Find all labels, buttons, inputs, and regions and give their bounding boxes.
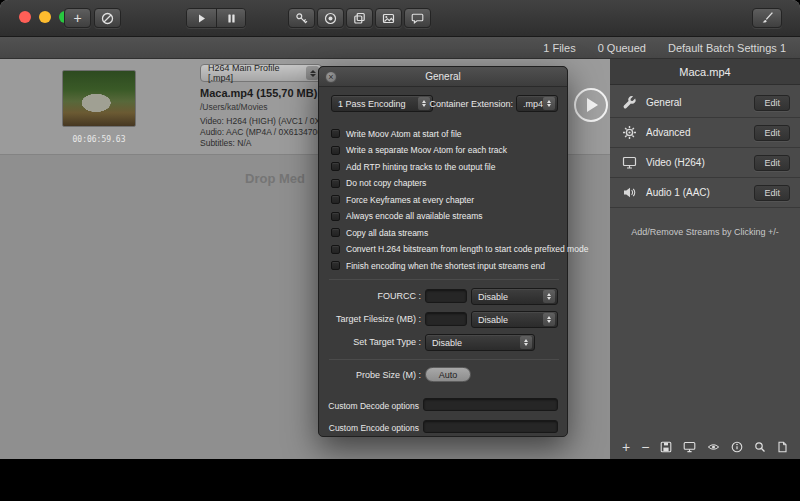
search-icon[interactable] <box>754 441 766 453</box>
inspector-toggle-button[interactable] <box>752 8 782 28</box>
plus-icon: + <box>73 11 81 25</box>
info-icon[interactable] <box>731 441 743 453</box>
sidebar-item-label: Video (H264) <box>646 157 705 168</box>
sidebar-item-video[interactable]: Video (H264) Edit <box>610 148 800 178</box>
batch-settings-label[interactable]: Default Batch Settings 1 <box>668 42 786 54</box>
brush-icon <box>760 11 774 25</box>
edit-advanced-button[interactable]: Edit <box>754 125 790 141</box>
preset-dropdown-value: H264 Main Profile [.mp4] <box>208 63 306 83</box>
checkbox[interactable] <box>331 195 340 204</box>
fourcc-input[interactable] <box>425 289 467 303</box>
sidebar-toolbar: + − <box>610 437 800 457</box>
eye-icon[interactable] <box>707 441 720 453</box>
preview-button[interactable] <box>375 8 402 28</box>
edit-video-button[interactable]: Edit <box>754 155 790 171</box>
chevron-updown-icon <box>543 97 555 110</box>
play-button[interactable] <box>187 9 216 27</box>
edit-general-button[interactable]: Edit <box>754 95 790 111</box>
presets-button[interactable] <box>288 8 315 28</box>
target-filesize-label: Target Filesize (MB) : <box>319 314 421 324</box>
app-window: + <box>0 0 800 459</box>
streams-hint: Add/Remove Streams by Clicking +/- <box>610 227 800 237</box>
preset-dropdown[interactable]: H264 Main Profile [.mp4] <box>200 64 322 82</box>
sidebar-item-label: General <box>646 97 682 108</box>
log-button[interactable] <box>404 8 431 28</box>
batch-button[interactable] <box>346 8 373 28</box>
checkbox[interactable] <box>331 179 340 188</box>
add-stream-button[interactable]: + <box>622 440 630 454</box>
preview-play-button[interactable] <box>574 88 608 122</box>
target-filesize-select-value: Disable <box>478 315 508 325</box>
fourcc-select[interactable]: Disable <box>471 288 558 305</box>
general-settings-dialog: × General 1 Pass Encoding Container Exte… <box>318 66 568 437</box>
record-button[interactable] <box>317 8 344 28</box>
record-icon <box>324 12 337 25</box>
gear-icon <box>620 125 638 140</box>
checkbox[interactable] <box>331 129 340 138</box>
checkbox[interactable] <box>331 261 340 270</box>
target-filesize-input[interactable] <box>425 312 467 326</box>
checkbox[interactable] <box>331 146 340 155</box>
sidebar-item-audio[interactable]: Audio 1 (AAC) Edit <box>610 178 800 208</box>
checkbox-label: Finish encoding when the shortest input … <box>346 261 545 271</box>
stream-list: General Edit Advanced Edit Video (H264) … <box>610 88 800 208</box>
minimize-window-button[interactable] <box>39 11 51 23</box>
key-icon <box>295 12 308 25</box>
title-bar: + <box>0 0 800 37</box>
checkbox[interactable] <box>331 228 340 237</box>
sidebar-item-advanced[interactable]: Advanced Edit <box>610 118 800 148</box>
sidebar-item-general[interactable]: General Edit <box>610 88 800 118</box>
checkbox[interactable] <box>331 212 340 221</box>
checkbox-row: Write a separate Moov Atom for each trac… <box>331 145 507 156</box>
target-filesize-select[interactable]: Disable <box>471 311 558 328</box>
checkbox-label: Always encode all available streams <box>346 211 483 221</box>
cancel-button[interactable] <box>94 8 121 28</box>
save-icon[interactable] <box>660 441 672 453</box>
queued-count: 0 Queued <box>598 42 646 54</box>
checkbox[interactable] <box>331 245 340 254</box>
checkbox-label: Add RTP hinting tracks to the output fil… <box>346 162 495 172</box>
document-icon[interactable] <box>777 441 788 453</box>
container-extension-select[interactable]: .mp4 <box>516 95 558 112</box>
prohibit-icon <box>101 12 114 25</box>
play-icon <box>196 13 207 24</box>
add-file-button[interactable]: + <box>64 8 91 28</box>
play-icon <box>587 98 598 112</box>
speaker-icon <box>620 185 638 200</box>
checkbox[interactable] <box>331 162 340 171</box>
checkbox-label: Copy all data streams <box>346 228 428 238</box>
close-window-button[interactable] <box>19 11 31 23</box>
drop-media-hint: Drop Med <box>245 171 305 186</box>
dialog-title-bar[interactable]: × General <box>319 67 567 87</box>
sidebar-item-label: Advanced <box>646 127 690 138</box>
wrench-icon <box>620 95 638 110</box>
sidebar-file-title: Maca.mp4 <box>610 59 800 85</box>
set-target-type-select[interactable]: Disable <box>425 334 535 351</box>
remove-stream-button[interactable]: − <box>641 440 649 454</box>
checkbox-label: Convert H.264 bitstream from length to s… <box>346 244 588 254</box>
video-thumbnail[interactable] <box>62 70 136 127</box>
edit-audio-button[interactable]: Edit <box>754 185 790 201</box>
custom-encode-input[interactable] <box>423 420 558 433</box>
checkbox-row: Convert H.264 bitstream from length to s… <box>331 244 588 255</box>
checkbox-row: Do not copy chapters <box>331 178 426 189</box>
file-path: /Users/kat/Movies <box>200 102 268 112</box>
custom-decode-input[interactable] <box>423 398 558 411</box>
display-icon <box>620 155 638 170</box>
divider <box>329 359 559 360</box>
custom-decode-label: Custom Decode options <box>319 401 419 411</box>
inspector-sidebar: Maca.mp4 General Edit Advanced Edit <box>610 59 800 459</box>
container-extension-label: Container Extension: <box>319 99 513 109</box>
probe-size-auto-button[interactable]: Auto <box>425 367 471 382</box>
checkbox-label: Write a separate Moov Atom for each trac… <box>346 145 507 155</box>
chevron-updown-icon <box>543 313 555 326</box>
monitor-icon[interactable] <box>683 441 696 453</box>
checkbox-row: Finish encoding when the shortest input … <box>331 260 545 271</box>
pause-button[interactable] <box>216 9 245 27</box>
set-target-type-value: Disable <box>432 338 462 348</box>
probe-size-label: Probe Size (M) : <box>319 370 421 380</box>
subtitles-info: Subtitles: N/A <box>200 138 252 148</box>
custom-encode-label: Custom Encode options <box>319 423 419 433</box>
checkbox-row: Write Moov Atom at start of file <box>331 128 462 139</box>
checkbox-label: Do not copy chapters <box>346 178 426 188</box>
